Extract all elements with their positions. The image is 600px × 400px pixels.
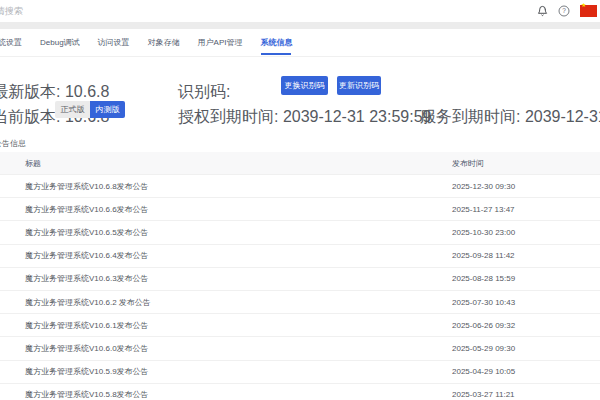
- help-question-icon[interactable]: ?: [558, 5, 570, 17]
- topbar: 请搜索 ? ★: [0, 0, 600, 22]
- service-expire-label: 服务到期时间:: [420, 108, 525, 125]
- announcement-row[interactable]: 魔方业务管理系统V10.6.3发布公告 2025-08-28 15:59: [0, 268, 600, 291]
- tab-object-storage[interactable]: 对象存储: [148, 29, 180, 56]
- announcement-title[interactable]: 魔方业务管理系统V10.6.5发布公告: [25, 227, 149, 238]
- announcement-time: 2025-07-30 10:43: [452, 298, 515, 307]
- announcement-title[interactable]: 魔方业务管理系统V10.6.6发布公告: [25, 204, 149, 215]
- column-header-title: 标题: [25, 158, 41, 169]
- announcement-title[interactable]: 魔方业务管理系统V10.6.3发布公告: [25, 273, 149, 284]
- announcement-time: 2025-10-30 23:00: [452, 228, 515, 237]
- announcement-time: 2025-06-26 09:32: [452, 321, 515, 330]
- announcements-table: 标题 发布时间 魔方业务管理系统V10.6.8发布公告 2025-12-30 0…: [0, 152, 600, 400]
- announcement-row[interactable]: 魔方业务管理系统V10.6.6发布公告 2025-11-27 13:47: [0, 198, 600, 221]
- tab-debug[interactable]: Debug调试: [40, 29, 80, 56]
- tab-system-info[interactable]: 系统信息: [260, 29, 292, 56]
- tab-access-settings[interactable]: 访问设置: [98, 29, 130, 56]
- latest-version: 最新版本: 10.6.8: [0, 82, 109, 103]
- column-header-publish-time: 发布时间: [452, 158, 484, 169]
- system-info-page: 请搜索 ? ★ 系统设置 Debug调试 访问设置 对象存储: [0, 0, 600, 400]
- announcement-time: 2025-12-30 09:30: [452, 182, 515, 191]
- announcement-row[interactable]: 魔方业务管理系统V10.6.1发布公告 2025-06-26 09:32: [0, 314, 600, 337]
- auth-expire-value: 2039-12-31 23:59:59: [283, 108, 432, 125]
- announcement-row[interactable]: 魔方业务管理系统V10.6.8发布公告 2025-12-30 09:30: [0, 175, 600, 198]
- svg-text:?: ?: [562, 7, 566, 14]
- tabbar-divider: [0, 56, 600, 57]
- announcement-title[interactable]: 魔方业务管理系统V10.6.4发布公告: [25, 250, 149, 261]
- search-input[interactable]: 请搜索: [0, 5, 23, 18]
- announcements-section-title: 公告信息: [0, 138, 26, 149]
- announcement-time: 2025-05-29 09:30: [452, 344, 515, 353]
- announcement-row[interactable]: 魔方业务管理系统V10.5.9发布公告 2025-04-29 10:05: [0, 361, 600, 384]
- topbar-icons: ? ★: [536, 0, 597, 22]
- announcement-title[interactable]: 魔方业务管理系统V10.6.1发布公告: [25, 320, 149, 331]
- language-flag-cn-icon[interactable]: ★: [580, 5, 597, 17]
- announcement-time: 2025-11-27 13:47: [452, 205, 515, 214]
- announcement-title[interactable]: 魔方业务管理系统V10.5.8发布公告: [25, 389, 149, 400]
- tab-user-api[interactable]: 用户API管理: [198, 29, 243, 56]
- announcement-time: 2025-09-28 11:42: [452, 251, 515, 260]
- announcement-row[interactable]: 魔方业务管理系统V10.6.4发布公告 2025-09-28 11:42: [0, 245, 600, 268]
- announcement-row[interactable]: 魔方业务管理系统V10.5.8发布公告 2025-03-27 11:21: [0, 384, 600, 400]
- announcement-title[interactable]: 魔方业务管理系统V10.6.2 发布公告: [25, 297, 151, 308]
- announcement-row[interactable]: 魔方业务管理系统V10.6.0发布公告 2025-05-29 09:30: [0, 337, 600, 360]
- announcements-table-header: 标题 发布时间: [0, 152, 600, 175]
- auth-expire: 授权到期时间: 2039-12-31 23:59:59: [178, 107, 431, 128]
- tab-system-settings[interactable]: 系统设置: [0, 29, 22, 56]
- announcement-time: 2025-04-29 10:05: [452, 367, 515, 376]
- auth-expire-label: 授权到期时间:: [178, 108, 283, 125]
- announcement-title[interactable]: 魔方业务管理系统V10.6.0发布公告: [25, 343, 149, 354]
- replace-id-code-button[interactable]: 更换识别码: [281, 76, 328, 95]
- announcement-time: 2025-08-28 15:59: [452, 274, 515, 283]
- settings-tabbar: 系统设置 Debug调试 访问设置 对象存储 用户API管理 系统信息: [0, 29, 292, 56]
- latest-version-label: 最新版本:: [0, 83, 65, 100]
- announcement-title[interactable]: 魔方业务管理系统V10.5.9发布公告: [25, 366, 149, 377]
- service-expire: 服务到期时间: 2039-12-31 23:59:59: [420, 107, 600, 128]
- flag-star: ★: [581, 2, 586, 8]
- latest-version-value: 10.6.8: [65, 83, 109, 100]
- update-id-code-button[interactable]: 更新识别码: [337, 76, 381, 95]
- id-code-label: 识别码:: [178, 82, 230, 103]
- official-channel-button[interactable]: 正式版: [55, 101, 90, 118]
- service-expire-value: 2039-12-31 23:59:59: [525, 108, 600, 125]
- announcement-row[interactable]: 魔方业务管理系统V10.6.2 发布公告 2025-07-30 10:43: [0, 291, 600, 314]
- announcement-row[interactable]: 魔方业务管理系统V10.6.5发布公告 2025-10-30 23:00: [0, 221, 600, 244]
- notification-bell-icon[interactable]: [536, 5, 548, 17]
- page-gap: [0, 22, 600, 29]
- announcement-title[interactable]: 魔方业务管理系统V10.6.8发布公告: [25, 181, 149, 192]
- beta-channel-button[interactable]: 内测版: [90, 101, 125, 118]
- announcement-time: 2025-03-27 11:21: [452, 390, 515, 399]
